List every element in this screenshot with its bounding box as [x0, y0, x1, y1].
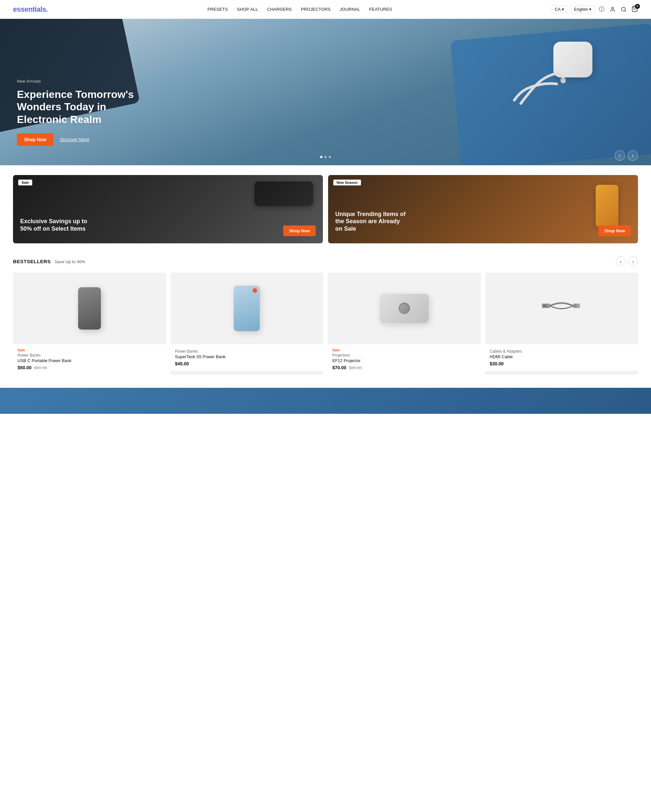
bestsellers-section: BESTSELLERS Save Up to 40% ‹ › Sale Powe…: [0, 253, 651, 385]
product-name-3: EF12 Projector: [332, 358, 476, 363]
language-selector[interactable]: English ▾: [571, 5, 594, 13]
product-category-3: Projectors: [332, 353, 476, 357]
promo-section: Sale Exclusive Savings up to 50% off on …: [0, 165, 651, 253]
product-price-current-3: $70.00: [332, 365, 346, 370]
hero-shop-now-button[interactable]: Shop Now: [17, 133, 53, 146]
product-prices-4: $30.00: [490, 361, 634, 366]
nav-shop-all[interactable]: SHOP ALL: [237, 7, 258, 12]
promo-right-content: Unique Trending Items of the Season are …: [335, 211, 407, 237]
product-category-1: Power Banks: [18, 353, 162, 357]
hero-dot-2[interactable]: [324, 156, 327, 158]
header-right: CA ▾ English ▾ ⓘ: [552, 5, 638, 13]
product-image-1: [13, 273, 166, 344]
chevron-down-icon: ▾: [589, 7, 591, 12]
product-category-4: Cables & Adapters: [490, 349, 634, 354]
hero-dot-3[interactable]: [329, 156, 331, 158]
product-prices-3: $70.00 $85.00: [332, 365, 476, 370]
promo-product-phone: [596, 185, 619, 227]
promo-left-text: Exclusive Savings up to 50% off on Selec…: [20, 218, 92, 232]
footer-strip: [0, 388, 651, 414]
product-sale-badge-1: Sale: [18, 348, 162, 352]
hero-product-visual: [495, 35, 599, 126]
svg-line-2: [625, 11, 626, 11]
svg-point-1: [621, 7, 625, 11]
svg-rect-5: [561, 78, 566, 80]
bestsellers-prev-button[interactable]: ‹: [616, 256, 626, 266]
promo-sale-badge: Sale: [18, 180, 32, 185]
product-price-original-3: $85.00: [349, 365, 362, 370]
chevron-down-icon: ▾: [562, 7, 564, 12]
hero-badge: New Arrivals: [17, 79, 147, 84]
header: essentials. PRESETS SHOP ALL CHARGERS PR…: [0, 0, 651, 19]
logo[interactable]: essentials.: [13, 5, 48, 14]
nav-journal[interactable]: JOURNAL: [340, 7, 360, 12]
cart-icon[interactable]: 0: [631, 6, 638, 13]
cart-count: 0: [635, 4, 640, 9]
nav-presets[interactable]: PRESETS: [208, 7, 228, 12]
product-visual-powerbank-blue: [234, 285, 260, 331]
hero-content: New Arrivals Experience Tomorrow's Wonde…: [17, 79, 147, 146]
product-visual-cable: [540, 294, 583, 323]
product-name-1: USB C Portable Power Bank: [18, 358, 162, 363]
hero-next-button[interactable]: ›: [628, 150, 638, 161]
hero-discover-more-button[interactable]: Discover More: [60, 137, 89, 142]
product-info-1: Sale Power Banks USB C Portable Power Ba…: [13, 344, 166, 375]
hero-dot-1[interactable]: [320, 156, 322, 158]
product-image-4: [485, 273, 638, 344]
product-info-3: Sale Projectors EF12 Projector $70.00 $8…: [328, 344, 481, 375]
hero-actions: Shop Now Discover More: [17, 133, 147, 146]
product-prices-2: $45.00: [175, 361, 319, 366]
product-info-4: Cables & Adapters HDMI Cable $30.00: [485, 344, 638, 371]
product-price-current-4: $30.00: [490, 361, 504, 366]
promo-right-shop-button[interactable]: Shop Now: [598, 226, 631, 236]
product-price-original-1: $60.00: [34, 365, 47, 370]
nav-chargers[interactable]: CHARGERS: [267, 7, 292, 12]
nav-features[interactable]: FEATURES: [369, 7, 392, 12]
promo-right-text: Unique Trending Items of the Season are …: [335, 211, 407, 233]
product-sale-badge-3: Sale: [332, 348, 476, 352]
product-card-4[interactable]: Cables & Adapters HDMI Cable $30.00: [485, 273, 638, 375]
hero-navigation: ‹ ›: [614, 150, 638, 161]
product-price-current-2: $45.00: [175, 361, 189, 366]
products-grid: Sale Power Banks USB C Portable Power Ba…: [13, 273, 638, 375]
country-selector[interactable]: CA ▾: [552, 5, 567, 13]
hero-prev-button[interactable]: ‹: [614, 150, 625, 161]
bestsellers-subtitle: Save Up to 40%: [55, 259, 85, 264]
product-card-3[interactable]: Sale Projectors EF12 Projector $70.00 $8…: [328, 273, 481, 375]
nav-projectors[interactable]: PROJECTORS: [301, 7, 331, 12]
product-category-2: Power Banks: [175, 349, 319, 354]
bestsellers-next-button[interactable]: ›: [628, 256, 638, 266]
product-prices-1: $50.00 $60.00: [18, 365, 162, 370]
hero-dots: [320, 156, 331, 158]
product-image-2: [171, 273, 324, 344]
account-icon[interactable]: [609, 6, 616, 13]
product-name-2: SuperTank S5 Power Bank: [175, 354, 319, 359]
product-name-4: HDMI Cable: [490, 354, 634, 359]
product-visual-projector: [380, 294, 429, 323]
bestsellers-title: BESTSELLERS: [13, 259, 51, 264]
language-label: English: [574, 7, 588, 12]
bestsellers-title-group: BESTSELLERS Save Up to 40%: [13, 259, 85, 264]
info-icon[interactable]: ⓘ: [598, 6, 605, 13]
country-label: CA: [555, 7, 561, 12]
header-icons: ⓘ 0: [598, 6, 638, 13]
product-card-2[interactable]: Power Banks SuperTank S5 Power Bank $45.…: [171, 273, 324, 375]
promo-card-sale[interactable]: Sale Exclusive Savings up to 50% off on …: [13, 175, 323, 243]
product-image-3: [328, 273, 481, 344]
cable-coil: [504, 58, 570, 110]
hero-section: New Arrivals Experience Tomorrow's Wonde…: [0, 19, 651, 165]
promo-new-season-badge: New Season: [333, 180, 361, 185]
bestsellers-navigation: ‹ ›: [616, 256, 638, 266]
promo-left-content: Exclusive Savings up to 50% off on Selec…: [20, 218, 92, 236]
svg-rect-7: [543, 304, 547, 307]
search-icon[interactable]: [620, 6, 627, 13]
promo-left-shop-button[interactable]: Shop Now: [283, 226, 316, 236]
hero-title: Experience Tomorrow's Wonders Today in E…: [17, 88, 147, 125]
product-visual-powerbank-rect: [78, 287, 101, 330]
product-card-1[interactable]: Sale Power Banks USB C Portable Power Ba…: [13, 273, 166, 375]
svg-point-0: [611, 7, 614, 9]
promo-card-new-season[interactable]: New Season Unique Trending Items of the …: [328, 175, 638, 243]
product-info-2: Power Banks SuperTank S5 Power Bank $45.…: [171, 344, 324, 371]
main-nav: PRESETS SHOP ALL CHARGERS PROJECTORS JOU…: [208, 7, 392, 12]
bestsellers-header: BESTSELLERS Save Up to 40% ‹ ›: [13, 256, 638, 266]
